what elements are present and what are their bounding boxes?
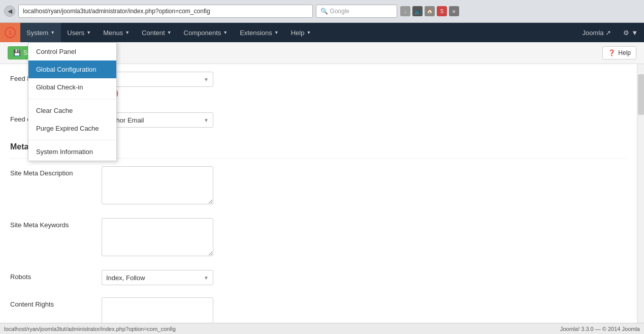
statusbar-version: Joomla! 3.3.0 — © 2014 Joomla	[560, 326, 640, 332]
menu-item-clear-cache[interactable]: Clear Cache	[28, 102, 116, 119]
browser-url: localhost/ryan/joomla3tut/administrator/…	[23, 8, 210, 15]
navbar-item-content[interactable]: Content ▼	[136, 23, 177, 42]
clear-cache-label: Clear Cache	[36, 107, 73, 114]
navbar-label-content: Content	[142, 29, 165, 37]
menu-item-purge-expired[interactable]: Purge Expired Cache	[28, 119, 116, 137]
system-info-label: System Information	[36, 148, 93, 156]
feed-limit-select[interactable]: 10 ▼	[102, 72, 213, 87]
navbar: 1 System ▼ Users ▼ Menus ▼ Content ▼ Com…	[0, 23, 644, 42]
navbar-items: System ▼ Users ▼ Menus ▼ Content ▼ Compo…	[20, 23, 317, 42]
navbar-item-system[interactable]: System ▼	[20, 23, 61, 42]
navbar-label-system: System	[26, 29, 48, 37]
global-config-label: Global Configuration	[36, 66, 96, 73]
browser-chrome: ◀ localhost/ryan/joomla3tut/administrato…	[0, 0, 644, 23]
navbar-right: Joomla ↗ ⚙ ▼	[576, 23, 644, 42]
navbar-settings-button[interactable]: ⚙ ▼	[617, 23, 644, 42]
robots-select[interactable]: Index, Follow ▼	[102, 270, 213, 285]
browser-address-bar[interactable]: localhost/ryan/joomla3tut/administrator/…	[18, 5, 313, 18]
navbar-item-users[interactable]: Users ▼	[61, 23, 97, 42]
purge-expired-label: Purge Expired Cache	[36, 125, 99, 132]
site-meta-keywords-textarea[interactable]	[102, 218, 213, 256]
help-caret-icon: ▼	[306, 30, 311, 35]
content-rights-control	[102, 297, 627, 323]
scrollbar-thumb[interactable]	[638, 74, 644, 115]
feed-email-select[interactable]: Author Email ▼	[102, 112, 213, 128]
content-caret-icon: ▼	[167, 30, 172, 35]
search-icon: 🔍	[320, 8, 328, 15]
menus-caret-icon: ▼	[125, 30, 130, 35]
site-meta-keywords-control	[102, 218, 627, 258]
global-checkin-label: Global Check-in	[36, 83, 83, 91]
navbar-item-help[interactable]: Help ▼	[285, 23, 317, 42]
content-rights-label: Content Rights	[10, 297, 102, 308]
browser-icon-4[interactable]: S	[437, 6, 447, 16]
feed-limit-caret-icon: ▼	[204, 77, 209, 82]
help-button[interactable]: ❓ Help	[602, 46, 636, 59]
content-rights-textarea[interactable]	[102, 297, 213, 323]
navbar-label-help: Help	[291, 29, 305, 37]
gear-icon: ⚙	[623, 29, 629, 37]
navbar-joomla-link[interactable]: Joomla ↗	[576, 23, 618, 42]
search-placeholder: Google	[330, 8, 349, 15]
feed-email-caret-icon: ▼	[204, 117, 209, 123]
help-label: Help	[618, 49, 631, 56]
statusbar: localhost/ryan/joomla3tut/administrator/…	[0, 323, 644, 334]
menu-item-control-panel[interactable]: Control Panel	[28, 43, 116, 60]
robots-group: Robots Index, Follow ▼	[10, 270, 627, 291]
feed-limit-control: 10 ▼ 2	[102, 72, 627, 100]
scrollbar-track	[637, 64, 644, 323]
navbar-brand[interactable]: 1	[0, 23, 20, 42]
settings-caret-icon: ▼	[631, 29, 638, 37]
statusbar-url: localhost/ryan/joomla3tut/administrator/…	[4, 326, 176, 332]
feed-email-control: Author Email ▼	[102, 112, 627, 128]
content-rights-group: Content Rights	[10, 297, 627, 323]
menu-item-global-configuration[interactable]: Global Configuration	[28, 60, 116, 78]
control-panel-label: Control Panel	[36, 48, 76, 55]
robots-value: Index, Follow	[106, 274, 145, 282]
system-caret-icon: ▼	[50, 30, 55, 35]
robots-label: Robots	[10, 270, 102, 281]
site-meta-keywords-group: Site Meta Keywords	[10, 218, 627, 264]
menu-item-global-checkin[interactable]: Global Check-in	[28, 78, 116, 96]
menu-divider-1	[28, 99, 116, 99]
browser-search-bar[interactable]: 🔍 Google	[316, 5, 397, 18]
brand-badge: 1	[5, 27, 16, 38]
components-caret-icon: ▼	[223, 30, 228, 35]
navbar-label-components: Components	[184, 29, 221, 37]
robots-control: Index, Follow ▼	[102, 270, 627, 285]
joomla-link-label: Joomla ↗	[583, 29, 611, 37]
menu-item-system-information[interactable]: System Information	[28, 143, 116, 161]
navbar-item-extensions[interactable]: Extensions ▼	[234, 23, 285, 42]
browser-icon-1[interactable]: ↓	[400, 6, 410, 16]
site-meta-desc-group: Site Meta Description	[10, 166, 627, 212]
browser-back-button[interactable]: ◀	[4, 6, 15, 17]
system-dropdown-menu: Control Panel Global Configuration Globa…	[28, 42, 117, 161]
browser-icon-3[interactable]: 🏠	[425, 6, 435, 16]
site-meta-desc-control	[102, 166, 627, 206]
app-area: 1 System ▼ Users ▼ Menus ▼ Content ▼ Com…	[0, 23, 644, 334]
navbar-label-menus: Menus	[103, 29, 123, 37]
help-icon: ❓	[608, 49, 616, 56]
navbar-item-components[interactable]: Components ▼	[178, 23, 234, 42]
robots-caret-icon: ▼	[204, 275, 209, 281]
content-area: Control Panel Global Configuration Globa…	[0, 42, 644, 323]
browser-toolbar-icons: ↓ 📺 🏠 S ≡	[400, 6, 459, 16]
extensions-caret-icon: ▼	[274, 30, 279, 35]
site-meta-keywords-label: Site Meta Keywords	[10, 218, 102, 229]
site-meta-desc-textarea[interactable]	[102, 166, 213, 204]
site-meta-desc-label: Site Meta Description	[10, 166, 102, 177]
browser-icon-2[interactable]: 📺	[412, 6, 423, 16]
navbar-label-users: Users	[67, 29, 84, 37]
navbar-label-extensions: Extensions	[240, 29, 272, 37]
browser-icon-5[interactable]: ≡	[449, 6, 459, 16]
navbar-item-menus[interactable]: Menus ▼	[97, 23, 136, 42]
menu-divider-2	[28, 140, 116, 140]
save-icon: 💾	[13, 49, 21, 56]
users-caret-icon: ▼	[86, 30, 91, 35]
